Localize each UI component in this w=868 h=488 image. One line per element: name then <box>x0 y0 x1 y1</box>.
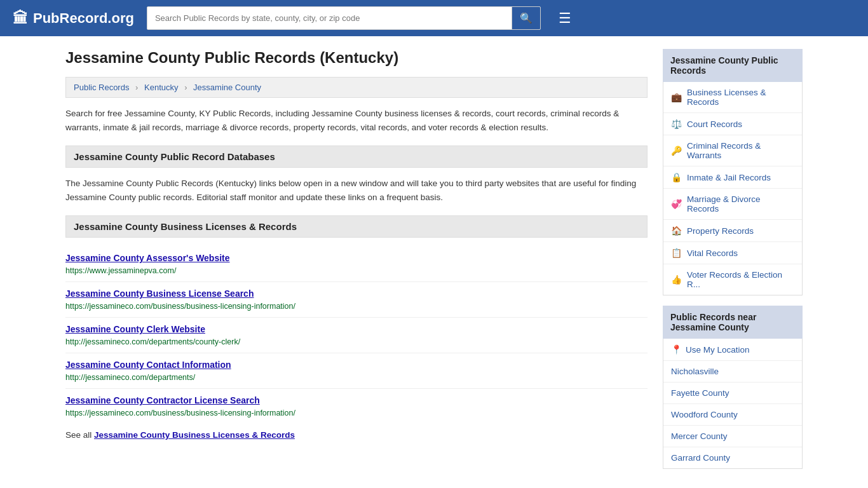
list-item: Jessamine County Contractor License Sear… <box>65 389 648 424</box>
list-item: Jessamine County Business License Search… <box>65 282 648 318</box>
menu-button[interactable]: ☰ <box>553 8 576 29</box>
sidebar-icon: 🔑 <box>671 146 682 156</box>
sidebar-item-label: Business Licenses & Records <box>687 88 794 107</box>
search-icon: 🔍 <box>520 13 532 24</box>
near-item[interactable]: Woodford County <box>663 404 802 426</box>
near-item-label: Use My Location <box>686 345 750 355</box>
sidebar-icon: 🔒 <box>671 172 682 182</box>
biz-section-header: Jessamine County Business Licenses & Rec… <box>65 215 648 238</box>
record-url: http://jessamineco.com/departments/ <box>65 373 195 382</box>
sidebar-item[interactable]: 💼 Business Licenses & Records <box>663 82 802 113</box>
breadcrumb-public-records[interactable]: Public Records <box>74 83 129 92</box>
near-item[interactable]: Nicholasville <box>663 361 802 383</box>
record-url: https://www.jessaminepva.com/ <box>65 266 176 275</box>
sidebar-icon: ⚖️ <box>671 119 682 129</box>
record-title[interactable]: Jessamine County Business License Search <box>65 288 648 299</box>
see-all: See all Jessamine County Business Licens… <box>65 430 648 440</box>
sidebar-item-label: Vital Records <box>687 248 738 258</box>
near-records-list: 📍Use My LocationNicholasvilleFayette Cou… <box>663 339 803 469</box>
hamburger-icon: ☰ <box>559 10 571 26</box>
sidebar-item[interactable]: 🏠 Property Records <box>663 220 802 242</box>
breadcrumb-kentucky[interactable]: Kentucky <box>144 83 178 92</box>
sidebar-item-label: Voter Records & Election R... <box>687 270 794 289</box>
sidebar-icon: 👍 <box>671 274 682 285</box>
record-title[interactable]: Jessamine County Assessor's Website <box>65 253 648 263</box>
sidebar: Jessamine County Public Records 💼 Busine… <box>663 49 803 469</box>
sidebar-item-label: Property Records <box>687 226 754 236</box>
near-item-label: Woodford County <box>671 410 738 419</box>
list-item: Jessamine County Assessor's Website http… <box>65 247 648 282</box>
logo-text: PubRecord.org <box>33 10 134 27</box>
near-title: Public Records near Jessamine County <box>663 306 803 339</box>
db-section-header: Jessamine County Public Record Databases <box>65 146 648 168</box>
sidebar-item-label: Marriage & Divorce Records <box>687 194 794 214</box>
content-area: Jessamine County Public Records (Kentuck… <box>65 49 648 469</box>
sidebar-item[interactable]: 💞 Marriage & Divorce Records <box>663 189 802 220</box>
sidebar-item[interactable]: ⚖️ Court Records <box>663 113 802 135</box>
page-title: Jessamine County Public Records (Kentuck… <box>65 49 648 67</box>
record-url: http://jessamineco.com/departments/count… <box>65 337 240 346</box>
description: Search for free Jessamine County, KY Pub… <box>65 107 648 134</box>
record-title[interactable]: Jessamine County Contractor License Sear… <box>65 395 648 405</box>
logo-icon: 🏛 <box>13 10 28 27</box>
record-url: https://jessamineco.com/business/busines… <box>65 302 295 311</box>
breadcrumb-sep-2: › <box>184 83 187 92</box>
record-title[interactable]: Jessamine County Contact Information <box>65 360 648 370</box>
search-bar: 🔍 <box>147 6 541 30</box>
sidebar-records-list: 💼 Business Licenses & Records ⚖️ Court R… <box>663 82 803 295</box>
records-list: Jessamine County Assessor's Website http… <box>65 247 648 424</box>
near-item[interactable]: Mercer County <box>663 426 802 447</box>
see-all-link[interactable]: Jessamine County Business Licenses & Rec… <box>94 430 295 440</box>
list-item: Jessamine County Contact Information htt… <box>65 353 648 389</box>
near-item[interactable]: 📍Use My Location <box>663 339 802 361</box>
near-item-label: Mercer County <box>671 431 728 441</box>
sidebar-icon: 📋 <box>671 248 682 258</box>
record-url: https://jessamineco.com/business/busines… <box>65 409 295 417</box>
logo[interactable]: 🏛 PubRecord.org <box>13 10 134 27</box>
sidebar-icon: 💞 <box>671 199 682 209</box>
main-container: Jessamine County Public Records (Kentuck… <box>53 36 815 482</box>
sidebar-item-label: Inmate & Jail Records <box>687 173 771 182</box>
near-item-label: Fayette County <box>671 388 729 398</box>
sidebar-item-label: Criminal Records & Warrants <box>687 141 794 160</box>
record-title[interactable]: Jessamine County Clerk Website <box>65 324 648 334</box>
sidebar-icon: 🏠 <box>671 226 682 236</box>
search-input[interactable] <box>147 7 512 29</box>
sidebar-item[interactable]: 📋 Vital Records <box>663 242 802 264</box>
breadcrumb: Public Records › Kentucky › Jessamine Co… <box>65 77 648 98</box>
sidebar-icon: 💼 <box>671 92 682 102</box>
sidebar-item[interactable]: 🔒 Inmate & Jail Records <box>663 166 802 189</box>
sidebar-item[interactable]: 🔑 Criminal Records & Warrants <box>663 135 802 166</box>
near-item[interactable]: Garrard County <box>663 447 802 468</box>
location-icon: 📍 <box>671 344 682 355</box>
list-item: Jessamine County Clerk Website http://je… <box>65 318 648 353</box>
sidebar-item-label: Court Records <box>687 119 742 129</box>
breadcrumb-jessamine-county[interactable]: Jessamine County <box>193 83 261 92</box>
sidebar-public-records-title: Jessamine County Public Records <box>663 49 803 82</box>
search-button[interactable]: 🔍 <box>512 7 540 29</box>
sidebar-item[interactable]: 👍 Voter Records & Election R... <box>663 264 802 295</box>
header: 🏛 PubRecord.org 🔍 ☰ <box>0 0 868 36</box>
near-item-label: Nicholasville <box>671 367 719 376</box>
near-item-label: Garrard County <box>671 453 730 463</box>
db-description: The Jessamine County Public Records (Ken… <box>65 177 648 204</box>
breadcrumb-sep-1: › <box>135 83 138 92</box>
near-item[interactable]: Fayette County <box>663 383 802 404</box>
